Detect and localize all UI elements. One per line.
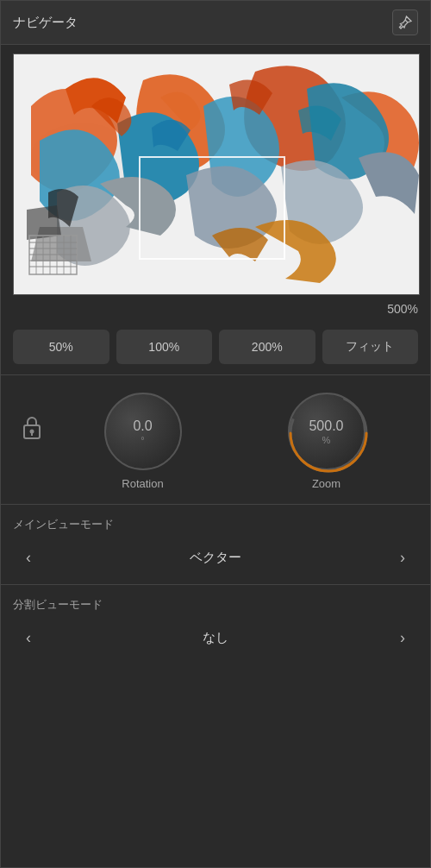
zoom-200-button[interactable]: 200% [219,330,315,364]
rotation-dial[interactable]: 0.0 ° [104,393,182,470]
main-view-selector: ‹ ベクター › [1,538,430,581]
rotation-label: Rotation [122,477,163,490]
split-view-value: なし [44,630,387,646]
svg-line-0 [405,20,408,22]
main-view-next-icon: › [400,549,405,567]
zoom-100-label: 100% [148,340,179,354]
divider-3 [1,584,430,585]
panel-title: ナビゲータ [13,15,78,31]
main-view-prev-button[interactable]: ‹ [13,541,44,574]
zoom-dial[interactable]: 500.0 % [288,393,365,470]
zoom-50-button[interactable]: 50% [13,330,109,364]
rotation-dial-wrap: 0.0 ° Rotation [51,393,234,490]
split-view-prev-button[interactable]: ‹ [13,621,44,654]
main-view-label: メインビューモード [1,508,430,538]
rotation-unit: ° [141,435,144,445]
pin-button[interactable] [392,9,418,35]
lock-icon-wrap [13,414,51,469]
split-view-label: 分割ビューモード [1,588,430,618]
svg-point-16 [30,429,34,433]
zoom-dial-wrap: 500.0 % Zoom [234,393,418,490]
zoom-fit-button[interactable]: フィット [322,330,419,364]
controls-section: 0.0 ° Rotation 500.0 % Zoom [1,379,430,500]
divider-1 [1,374,430,375]
split-view-next-button[interactable]: › [387,621,418,654]
zoom-200-label: 200% [252,340,283,354]
main-view-value: ベクター [44,550,387,566]
split-view-selector: ‹ なし › [1,618,430,661]
rotation-value: 0.0 [133,418,152,434]
zoom-50-label: 50% [49,340,73,354]
split-view-prev-icon: ‹ [26,629,31,647]
main-view-next-button[interactable]: › [387,541,418,574]
zoom-fit-label: フィット [346,339,394,353]
preview-container [1,45,430,299]
split-view-next-icon: › [400,629,405,647]
viewport-box [139,156,285,260]
pin-icon [398,16,412,29]
zoom-arc-svg [286,391,371,475]
navigator-panel: ナビゲータ [0,0,431,868]
main-view-prev-icon: ‹ [26,549,31,567]
divider-2 [1,504,430,505]
zoom-100-button[interactable]: 100% [116,330,213,364]
preview-image[interactable] [13,53,420,295]
lock-icon [22,414,42,445]
zoom-percent-value: 500% [387,302,418,316]
zoom-display: 500% [1,299,430,323]
panel-header: ナビゲータ [1,1,430,45]
zoom-buttons-row: 50% 100% 200% フィット [1,323,430,371]
zoom-label: Zoom [312,477,340,490]
